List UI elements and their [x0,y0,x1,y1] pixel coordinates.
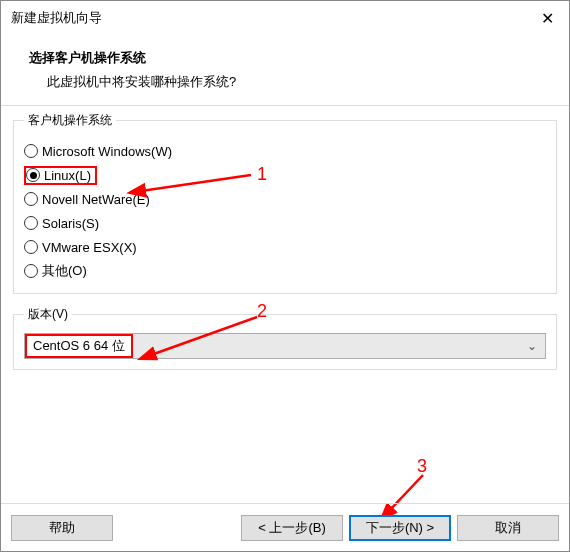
radio-icon [24,240,38,254]
button-label: 下一步(N) > [366,519,434,537]
radio-label: 其他(O) [42,262,87,280]
next-button[interactable]: 下一步(N) > [349,515,451,541]
radio-label: Solaris(S) [42,216,99,231]
button-label: < 上一步(B) [258,519,326,537]
radio-icon [26,168,40,182]
wizard-header: 选择客户机操作系统 此虚拟机中将安装哪种操作系统? [1,35,569,105]
dropdown-selected-value: CentOS 6 64 位 [25,334,133,358]
version-group-legend: 版本(V) [24,306,72,323]
back-button[interactable]: < 上一步(B) [241,515,343,541]
page-title: 选择客户机操作系统 [29,49,551,67]
radio-option-novell[interactable]: Novell NetWare(E) [24,187,546,211]
radio-label: Novell NetWare(E) [42,192,150,207]
close-icon: ✕ [541,9,554,28]
wizard-footer: 帮助 < 上一步(B) 下一步(N) > 取消 [1,503,569,551]
radio-option-windows[interactable]: Microsoft Windows(W) [24,139,546,163]
radio-icon [24,144,38,158]
radio-option-vmwareesx[interactable]: VMware ESX(X) [24,235,546,259]
radio-option-solaris[interactable]: Solaris(S) [24,211,546,235]
version-group: 版本(V) CentOS 6 64 位 ⌄ [13,306,557,370]
cancel-button[interactable]: 取消 [457,515,559,541]
radio-label: Linux(L) [44,168,91,183]
window-title: 新建虚拟机向导 [11,9,102,27]
content-area: 客户机操作系统 Microsoft Windows(W) Linux(L) No… [1,106,569,370]
annotation-number-3: 3 [417,456,427,477]
radio-label: Microsoft Windows(W) [42,144,172,159]
button-label: 取消 [495,519,521,537]
page-subtitle: 此虚拟机中将安装哪种操作系统? [29,73,551,91]
radio-icon [24,264,38,278]
radio-option-linux[interactable]: Linux(L) [24,163,546,187]
close-button[interactable]: ✕ [525,1,569,35]
annotation-highlight-1: Linux(L) [24,166,97,185]
radio-icon [24,216,38,230]
os-group-legend: 客户机操作系统 [24,112,116,129]
help-button[interactable]: 帮助 [11,515,113,541]
radio-label: VMware ESX(X) [42,240,137,255]
version-dropdown[interactable]: CentOS 6 64 位 ⌄ [24,333,546,359]
os-group: 客户机操作系统 Microsoft Windows(W) Linux(L) No… [13,112,557,294]
radio-option-other[interactable]: 其他(O) [24,259,546,283]
chevron-down-icon: ⌄ [519,339,545,353]
button-label: 帮助 [49,519,75,537]
radio-icon [24,192,38,206]
titlebar: 新建虚拟机向导 ✕ [1,1,569,35]
